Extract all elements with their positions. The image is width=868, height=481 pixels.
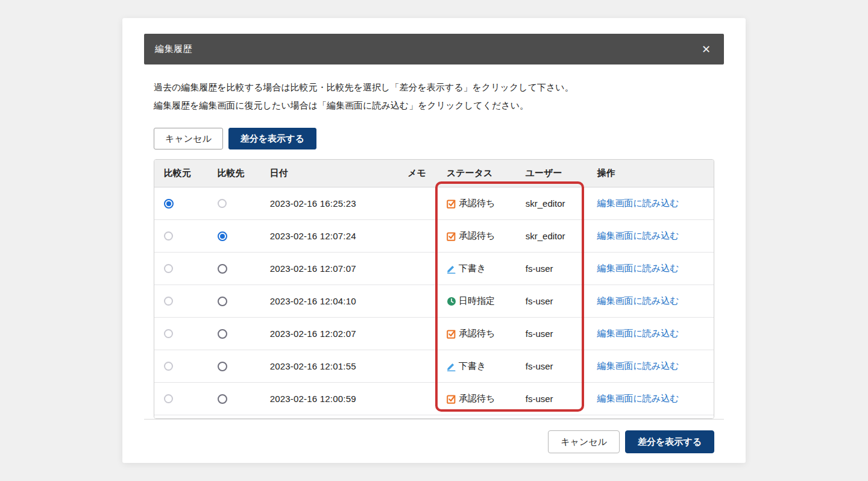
top-toolbar: キャンセル 差分を表示する	[154, 128, 714, 149]
check-square-icon	[447, 199, 456, 209]
revision-date: 2023-02-16 12:07:24	[260, 231, 398, 241]
table-row: 2023-02-16 12:07:07 下書き fs-user 編集画面に読み込…	[154, 253, 714, 285]
user-name: fs-user	[516, 263, 588, 274]
table-body: 2023-02-16 16:25:23 承認待ち skr_editor 編集画面…	[154, 187, 714, 415]
cancel-button-top[interactable]: キャンセル	[154, 128, 223, 149]
column-header-actions: 操作	[587, 168, 714, 179]
cancel-button-bottom[interactable]: キャンセル	[548, 430, 620, 453]
show-diff-button-bottom[interactable]: 差分を表示する	[625, 430, 714, 453]
load-into-editor-link[interactable]: 編集画面に読み込む	[597, 198, 679, 209]
instructions-text: 過去の編集履歴を比較する場合は比較元・比較先を選択し「差分を表示する」をクリック…	[154, 78, 714, 115]
revision-date: 2023-02-16 12:00:59	[260, 394, 398, 404]
modal-title: 編集履歴	[155, 43, 192, 55]
user-name: fs-user	[516, 329, 588, 339]
load-into-editor-link[interactable]: 編集画面に読み込む	[597, 263, 679, 274]
compare-target-radio[interactable]	[218, 362, 227, 371]
check-square-icon	[447, 394, 456, 404]
table-row: 2023-02-16 12:00:59 承認待ち fs-user 編集画面に読み…	[154, 383, 714, 415]
revision-date: 2023-02-16 12:02:07	[260, 329, 398, 339]
modal-footer: キャンセル 差分を表示する	[144, 419, 724, 468]
compare-target-radio[interactable]	[218, 231, 227, 241]
status-label: 承認待ち	[459, 230, 495, 242]
compare-source-radio[interactable]	[164, 329, 173, 338]
load-into-editor-link[interactable]: 編集画面に読み込む	[597, 328, 679, 339]
table-header-row: 比較元 比較先 日付 メモ ステータス ユーザー 操作	[154, 160, 714, 187]
compare-source-radio[interactable]	[164, 231, 173, 241]
revision-date: 2023-02-16 12:07:07	[260, 263, 398, 274]
compare-target-radio[interactable]	[218, 264, 227, 274]
compare-source-radio[interactable]	[164, 362, 173, 371]
pencil-icon	[447, 362, 456, 371]
revision-date: 2023-02-16 12:04:10	[260, 296, 398, 306]
load-into-editor-link[interactable]: 編集画面に読み込む	[597, 295, 679, 307]
revision-date: 2023-02-16 16:25:23	[260, 198, 398, 209]
load-into-editor-link[interactable]: 編集画面に読み込む	[597, 230, 679, 242]
column-header-user: ユーザー	[516, 168, 588, 179]
load-into-editor-link[interactable]: 編集画面に読み込む	[597, 360, 679, 372]
column-header-compare-target: 比較先	[208, 168, 260, 179]
user-name: fs-user	[516, 296, 588, 306]
user-name: skr_editor	[516, 198, 588, 209]
compare-target-radio[interactable]	[218, 199, 227, 208]
instructions-line-1: 過去の編集履歴を比較する場合は比較元・比較先を選択し「差分を表示する」をクリック…	[154, 78, 714, 96]
status-label: 下書き	[459, 360, 486, 372]
column-header-memo: メモ	[398, 168, 437, 179]
user-name: fs-user	[516, 394, 588, 404]
modal-titlebar: 編集履歴 ✕	[144, 34, 724, 64]
column-header-compare-source: 比較元	[154, 168, 208, 179]
show-diff-button-top[interactable]: 差分を表示する	[228, 128, 316, 149]
revision-table: 比較元 比較先 日付 メモ ステータス ユーザー 操作 2023-02-16 1…	[154, 159, 714, 419]
close-icon[interactable]: ✕	[699, 42, 713, 57]
check-square-icon	[447, 329, 456, 339]
compare-target-radio[interactable]	[218, 394, 227, 404]
table-row: 2023-02-16 12:01:55 下書き fs-user 編集画面に読み込…	[154, 350, 714, 383]
check-square-icon	[447, 231, 456, 241]
page-background: { "modal": { "title": "編集履歴", "close_ico…	[0, 0, 868, 481]
compare-source-radio[interactable]	[164, 199, 174, 209]
table-row: 2023-02-16 12:07:24 承認待ち skr_editor 編集画面…	[154, 220, 714, 253]
column-header-date: 日付	[260, 168, 398, 179]
edit-history-modal: 編集履歴 ✕ 過去の編集履歴を比較する場合は比較元・比較先を選択し「差分を表示す…	[122, 18, 746, 463]
pencil-icon	[447, 264, 456, 274]
column-header-status: ステータス	[437, 168, 516, 179]
table-row: 2023-02-16 16:25:23 承認待ち skr_editor 編集画面…	[154, 187, 714, 220]
status-label: 承認待ち	[459, 328, 495, 339]
instructions-line-2: 編集履歴を編集画面に復元したい場合は「編集画面に読み込む」をクリックしてください…	[154, 96, 714, 115]
user-name: skr_editor	[516, 231, 588, 241]
compare-source-radio[interactable]	[164, 394, 173, 403]
user-name: fs-user	[516, 361, 588, 371]
compare-source-radio[interactable]	[164, 264, 173, 273]
table-row: 2023-02-16 12:04:10 日時指定 fs-user 編集画面に読み…	[154, 285, 714, 318]
status-label: 下書き	[459, 263, 486, 274]
modal-body: 過去の編集履歴を比較する場合は比較元・比較先を選択し「差分を表示する」をクリック…	[144, 78, 724, 419]
status-label: 日時指定	[459, 295, 495, 307]
table-row: 2023-02-16 12:02:07 承認待ち fs-user 編集画面に読み…	[154, 318, 714, 350]
status-label: 承認待ち	[459, 198, 495, 209]
compare-target-radio[interactable]	[218, 329, 227, 339]
revision-date: 2023-02-16 12:01:55	[260, 361, 398, 371]
compare-target-radio[interactable]	[218, 297, 227, 306]
clock-icon	[447, 297, 456, 306]
load-into-editor-link[interactable]: 編集画面に読み込む	[597, 393, 679, 404]
compare-source-radio[interactable]	[164, 297, 173, 306]
status-label: 承認待ち	[459, 393, 495, 404]
